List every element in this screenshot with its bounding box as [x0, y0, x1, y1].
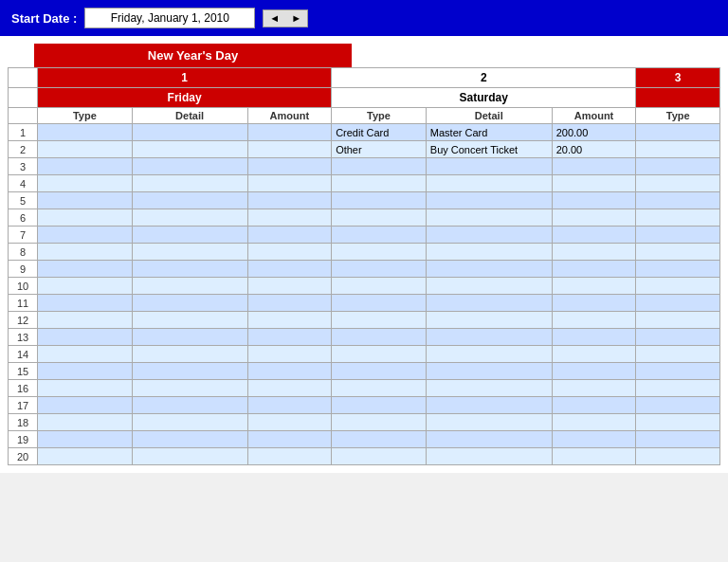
- row-d1-detail[interactable]: [132, 175, 247, 192]
- row-d2-type[interactable]: [332, 397, 427, 414]
- row-d2-detail[interactable]: [426, 380, 552, 397]
- row-d3-type[interactable]: [636, 192, 720, 209]
- row-d2-amount[interactable]: [552, 158, 636, 175]
- row-d1-amount[interactable]: [247, 261, 332, 278]
- row-d1-amount[interactable]: [247, 431, 332, 448]
- row-d3-type[interactable]: [636, 346, 720, 363]
- row-d3-type[interactable]: [636, 397, 720, 414]
- row-d1-detail[interactable]: [132, 363, 247, 380]
- row-d1-detail[interactable]: [132, 329, 247, 346]
- row-d1-type[interactable]: [38, 278, 133, 295]
- rownum[interactable]: 3: [9, 158, 38, 175]
- row-d1-type[interactable]: [38, 295, 133, 312]
- row-d2-amount[interactable]: [552, 397, 636, 414]
- row-d1-detail[interactable]: [132, 158, 247, 175]
- row-d3-type[interactable]: [636, 227, 720, 244]
- rownum[interactable]: 12: [9, 312, 38, 329]
- row-d1-detail[interactable]: [132, 124, 247, 141]
- date-input[interactable]: [84, 8, 255, 28]
- row-d2-detail[interactable]: [426, 431, 552, 448]
- rownum[interactable]: 18: [9, 414, 38, 431]
- row-d1-type[interactable]: [38, 431, 133, 448]
- row-d3-type[interactable]: [636, 261, 720, 278]
- row-d1-detail[interactable]: [132, 244, 247, 261]
- row-d3-type[interactable]: [636, 278, 720, 295]
- row-d2-amount[interactable]: [552, 261, 636, 278]
- row-d2-type[interactable]: Credit Card: [332, 124, 427, 141]
- row-d2-type[interactable]: [332, 380, 427, 397]
- rownum[interactable]: 20: [9, 448, 38, 465]
- row-d2-detail[interactable]: [426, 312, 552, 329]
- rownum[interactable]: 13: [9, 329, 38, 346]
- row-d1-detail[interactable]: [132, 380, 247, 397]
- row-d3-type[interactable]: [636, 448, 720, 465]
- row-d2-type[interactable]: [332, 158, 427, 175]
- rownum[interactable]: 4: [9, 175, 38, 192]
- row-d2-amount[interactable]: [552, 329, 636, 346]
- row-d2-type[interactable]: [332, 175, 427, 192]
- row-d3-type[interactable]: [636, 158, 720, 175]
- row-d1-type[interactable]: [38, 175, 133, 192]
- row-d1-type[interactable]: [38, 141, 133, 158]
- row-d2-amount[interactable]: [552, 380, 636, 397]
- rownum[interactable]: 9: [9, 261, 38, 278]
- row-d1-type[interactable]: [38, 397, 133, 414]
- row-d2-type[interactable]: [332, 312, 427, 329]
- row-d1-detail[interactable]: [132, 397, 247, 414]
- rownum[interactable]: 19: [9, 431, 38, 448]
- row-d1-amount[interactable]: [247, 380, 332, 397]
- row-d1-amount[interactable]: [247, 278, 332, 295]
- rownum[interactable]: 2: [9, 141, 38, 158]
- row-d1-detail[interactable]: [132, 312, 247, 329]
- row-d2-detail[interactable]: [426, 448, 552, 465]
- row-d2-amount[interactable]: [552, 431, 636, 448]
- row-d1-amount[interactable]: [247, 141, 332, 158]
- row-d2-type[interactable]: [332, 448, 427, 465]
- row-d2-detail[interactable]: Buy Concert Ticket: [426, 141, 552, 158]
- row-d1-type[interactable]: [38, 346, 133, 363]
- row-d2-detail[interactable]: [426, 397, 552, 414]
- row-d1-amount[interactable]: [247, 312, 332, 329]
- rownum[interactable]: 17: [9, 397, 38, 414]
- row-d3-type[interactable]: [636, 431, 720, 448]
- row-d1-amount[interactable]: [247, 192, 332, 209]
- row-d3-type[interactable]: [636, 209, 720, 227]
- rownum[interactable]: 7: [9, 227, 38, 244]
- row-d2-amount[interactable]: [552, 244, 636, 261]
- row-d1-amount[interactable]: [247, 329, 332, 346]
- row-d1-amount[interactable]: [247, 414, 332, 431]
- row-d1-detail[interactable]: [132, 192, 247, 209]
- row-d1-type[interactable]: [38, 124, 133, 141]
- row-d1-detail[interactable]: [132, 261, 247, 278]
- row-d2-detail[interactable]: [426, 363, 552, 380]
- rownum[interactable]: 1: [9, 124, 38, 141]
- row-d2-type[interactable]: [332, 363, 427, 380]
- row-d2-type[interactable]: [332, 414, 427, 431]
- next-button[interactable]: ►: [285, 10, 307, 27]
- row-d1-detail[interactable]: [132, 227, 247, 244]
- row-d2-detail[interactable]: [426, 329, 552, 346]
- row-d1-detail[interactable]: [132, 278, 247, 295]
- row-d2-amount[interactable]: [552, 346, 636, 363]
- row-d1-detail[interactable]: [132, 448, 247, 465]
- rownum[interactable]: 16: [9, 380, 38, 397]
- row-d1-type[interactable]: [38, 380, 133, 397]
- row-d2-amount[interactable]: 200.00: [552, 124, 636, 141]
- row-d2-amount[interactable]: [552, 414, 636, 431]
- row-d2-amount[interactable]: [552, 363, 636, 380]
- row-d2-detail[interactable]: [426, 192, 552, 209]
- row-d1-type[interactable]: [38, 192, 133, 209]
- rownum[interactable]: 6: [9, 209, 38, 227]
- row-d1-amount[interactable]: [247, 124, 332, 141]
- row-d3-type[interactable]: [636, 363, 720, 380]
- row-d2-amount[interactable]: [552, 209, 636, 227]
- row-d1-detail[interactable]: [132, 141, 247, 158]
- row-d1-amount[interactable]: [247, 158, 332, 175]
- row-d1-type[interactable]: [38, 158, 133, 175]
- row-d2-amount[interactable]: [552, 227, 636, 244]
- row-d2-type[interactable]: [332, 192, 427, 209]
- rownum[interactable]: 10: [9, 278, 38, 295]
- rownum[interactable]: 14: [9, 346, 38, 363]
- row-d1-detail[interactable]: [132, 346, 247, 363]
- row-d2-detail[interactable]: [426, 414, 552, 431]
